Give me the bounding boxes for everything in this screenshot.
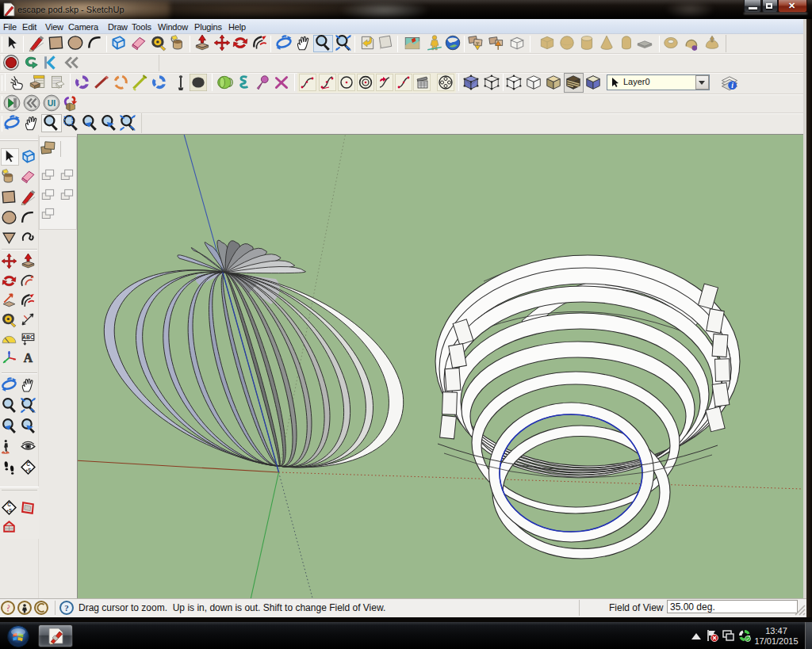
svg-text:A: A bbox=[24, 351, 33, 365]
svg-text:ABC: ABC bbox=[22, 334, 34, 340]
svg-text:i: i bbox=[731, 81, 733, 90]
svg-text:C: C bbox=[26, 461, 30, 467]
svg-text:+S: +S bbox=[25, 468, 31, 472]
svg-text:+S: +S bbox=[6, 508, 12, 513]
svg-text:UI: UI bbox=[48, 99, 56, 108]
svg-text:?: ? bbox=[64, 603, 69, 613]
svg-text:C: C bbox=[7, 502, 11, 507]
